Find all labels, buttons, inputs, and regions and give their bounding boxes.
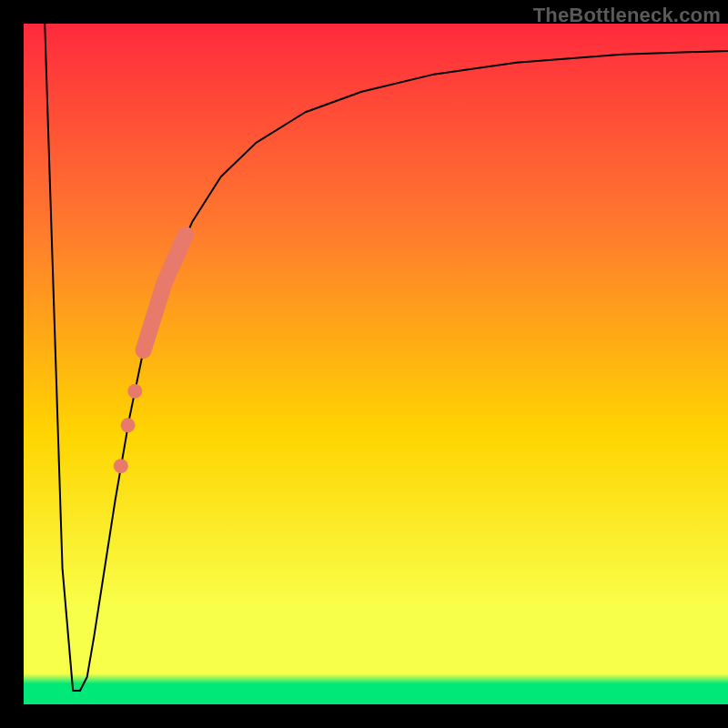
frame-left — [0, 0, 24, 728]
chart-container: TheBottleneck.com — [0, 0, 728, 728]
gradient-background — [24, 24, 728, 704]
highlight-dot — [114, 459, 128, 473]
watermark-text: TheBottleneck.com — [533, 4, 721, 27]
highlight-dot — [121, 418, 136, 432]
bottleneck-chart — [0, 0, 728, 728]
frame-bottom — [0, 704, 728, 728]
highlight-dot — [127, 384, 142, 399]
